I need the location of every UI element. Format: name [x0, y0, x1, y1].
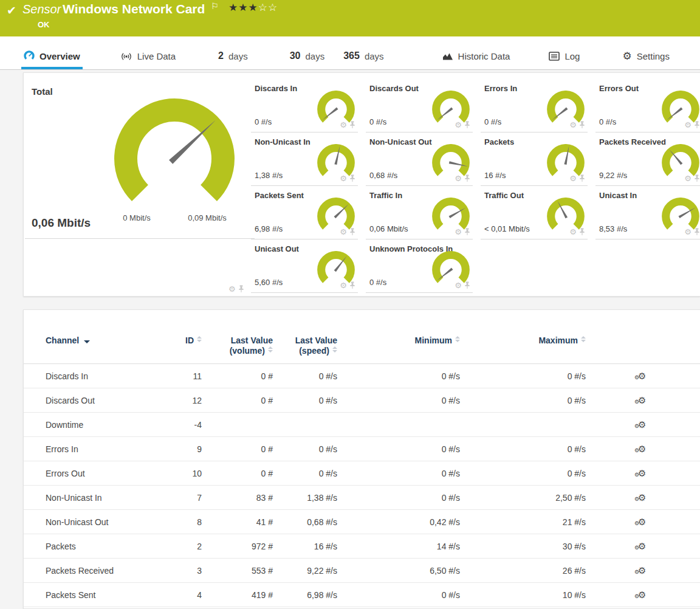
channel-settings-icon[interactable]: ⚙⚙: [638, 469, 646, 478]
channel-gauge-card[interactable]: Traffic Out < 0,01 Mbit/s ⚙: [481, 186, 588, 239]
cell-channel[interactable]: Discards In: [46, 371, 182, 381]
channel-gauge-label: Errors Out: [599, 84, 639, 93]
channel-gauge-card[interactable]: Unicast Out 5,60 #/s ⚙: [251, 239, 358, 293]
channel-settings-icon[interactable]: ⚙⚙: [638, 566, 646, 575]
pin-icon[interactable]: [349, 281, 355, 289]
channel-gauge-card[interactable]: Non-Unicast Out 0,68 #/s ⚙: [366, 132, 473, 186]
total-gauge[interactable]: [111, 98, 238, 213]
pin-icon[interactable]: [464, 228, 470, 236]
gear-icon[interactable]: ⚙: [684, 229, 691, 236]
pin-icon[interactable]: [579, 228, 585, 236]
channel-gauge-card[interactable]: Discards Out 0 #/s ⚙: [366, 79, 473, 132]
gear-icon[interactable]: ⚙: [455, 282, 462, 289]
channel-gauge-value: 0 #/s: [255, 117, 272, 126]
channel-gauge-card[interactable]: Packets 16 #/s ⚙: [481, 132, 588, 186]
channel-gauge-card[interactable]: Traffic In 0,06 Mbit/s ⚙: [366, 186, 473, 239]
pin-icon[interactable]: [349, 174, 355, 182]
pin-icon[interactable]: [579, 174, 585, 182]
pin-icon[interactable]: [694, 174, 700, 182]
gear-icon[interactable]: ⚙: [340, 229, 347, 236]
cell-channel[interactable]: Errors In: [46, 444, 182, 454]
gear-icon[interactable]: ⚙: [569, 175, 577, 182]
column-label: Last Value: [202, 335, 273, 346]
total-gauge-value: 0,06 Mbit/s: [32, 216, 91, 230]
gear-icon[interactable]: ⚙: [340, 282, 347, 289]
gear-icon[interactable]: ⚙: [569, 122, 577, 129]
column-header-id[interactable]: ID: [182, 335, 202, 356]
pin-icon[interactable]: [349, 228, 355, 236]
channel-settings-icon[interactable]: ⚙⚙: [638, 518, 646, 526]
gear-icon[interactable]: ⚙: [228, 286, 236, 293]
channel-settings-icon[interactable]: ⚙⚙: [638, 396, 646, 405]
channel-gauge-card[interactable]: Unicast In 8,53 #/s ⚙: [595, 186, 700, 239]
channel-settings-icon[interactable]: ⚙⚙: [638, 372, 646, 380]
column-header-last-value-speed[interactable]: Last Value (speed): [273, 335, 337, 356]
tab-overview[interactable]: Overview: [21, 50, 83, 69]
tab-30-days[interactable]: 30 days: [287, 50, 327, 69]
channel-gauge-card[interactable]: Discards In 0 #/s ⚙: [251, 79, 358, 132]
channel-settings-icon[interactable]: ⚙⚙: [638, 591, 646, 599]
star-filled-icons[interactable]: ★★★: [228, 2, 258, 13]
gear-icon[interactable]: ⚙: [684, 122, 691, 129]
cell-last-value-speed: 0 #/s: [273, 371, 337, 381]
pin-icon[interactable]: [694, 228, 700, 236]
priority-stars[interactable]: ★★★☆☆: [228, 1, 278, 14]
table-row: Packets Received 3 553 # 9,22 #/s 6,50 #…: [24, 559, 700, 583]
pin-icon[interactable]: [464, 281, 470, 289]
channel-gauge-label: Packets Sent: [255, 191, 304, 200]
channel-gauge-card[interactable]: Errors In 0 #/s ⚙: [481, 79, 588, 132]
tab-bar: Overview Live Data 2 days 30 days 365 da…: [0, 36, 700, 70]
cell-channel[interactable]: Packets Sent: [46, 590, 182, 600]
total-gauge-scale-min: 0 Mbit/s: [112, 213, 161, 222]
channel-gauge-card[interactable]: Unknown Protocols In 0 #/s ⚙: [366, 239, 473, 293]
cell-channel[interactable]: Downtime: [46, 420, 182, 430]
pin-icon[interactable]: [238, 285, 244, 293]
gear-icon[interactable]: ⚙: [455, 122, 462, 129]
pin-icon[interactable]: [579, 121, 585, 129]
channel-gauge-card[interactable]: Packets Sent 6,98 #/s ⚙: [251, 186, 358, 239]
pin-icon[interactable]: [464, 174, 470, 182]
tab-2-days[interactable]: 2 days: [216, 50, 250, 69]
pin-icon[interactable]: [349, 121, 355, 129]
cell-channel[interactable]: Non-Unicast Out: [46, 517, 182, 527]
gear-icon[interactable]: ⚙: [340, 175, 347, 182]
cell-channel[interactable]: Errors Out: [46, 469, 182, 478]
gear-icon[interactable]: ⚙: [455, 175, 462, 182]
cell-channel[interactable]: Non-Unicast In: [46, 493, 182, 503]
column-header-channel[interactable]: Channel: [46, 335, 182, 356]
gear-icon[interactable]: ⚙: [455, 229, 462, 236]
column-header-last-value-volume[interactable]: Last Value (volume): [202, 335, 273, 356]
cell-channel[interactable]: Discards Out: [46, 396, 182, 405]
column-header-minimum[interactable]: Minimum: [337, 335, 460, 356]
column-header-maximum[interactable]: Maximum: [460, 335, 586, 356]
cell-channel[interactable]: Packets: [46, 542, 182, 551]
gear-icon[interactable]: ⚙: [340, 122, 347, 129]
channel-settings-icon[interactable]: ⚙⚙: [638, 494, 646, 502]
channels-table-panel: Channel ID Last Value (volume) Last Valu…: [23, 309, 700, 609]
table-row: Discards In 11 0 # 0 #/s 0 #/s 0 #/s ⚙⚙: [24, 364, 700, 388]
star-empty-icons[interactable]: ☆☆: [258, 2, 278, 13]
channel-gauge-card[interactable]: Packets Received 9,22 #/s ⚙: [595, 132, 700, 186]
tab-settings[interactable]: ⚙ Settings: [620, 51, 671, 69]
table-body: Discards In 11 0 # 0 #/s 0 #/s 0 #/s ⚙⚙ …: [24, 364, 700, 607]
gear-icon[interactable]: ⚙: [569, 229, 577, 236]
channel-settings-icon[interactable]: ⚙⚙: [638, 421, 646, 429]
tab-live-data[interactable]: Live Data: [118, 51, 178, 69]
channel-settings-icon[interactable]: ⚙⚙: [638, 445, 646, 453]
pin-icon[interactable]: [694, 121, 700, 129]
cell-maximum: 0 #/s: [460, 469, 586, 478]
flag-icon[interactable]: ⚐: [211, 1, 219, 11]
tab-log[interactable]: Log: [546, 51, 582, 69]
sort-icon: [581, 336, 586, 342]
cell-channel[interactable]: Packets Received: [46, 566, 182, 576]
tab-365-days[interactable]: 365 days: [341, 50, 386, 69]
channel-gauge-card[interactable]: Errors Out 0 #/s ⚙: [595, 79, 700, 132]
gear-icon[interactable]: ⚙: [684, 175, 691, 182]
channel-gauge-value: 0 #/s: [599, 117, 616, 126]
object-kind-label: Sensor: [22, 2, 61, 16]
tab-historic-data[interactable]: Historic Data: [440, 51, 513, 69]
channel-gauge-card[interactable]: Non-Unicast In 1,38 #/s ⚙: [251, 132, 358, 186]
channel-settings-icon[interactable]: ⚙⚙: [638, 542, 646, 551]
pin-icon[interactable]: [464, 121, 470, 129]
tab-number: 2: [218, 50, 224, 61]
